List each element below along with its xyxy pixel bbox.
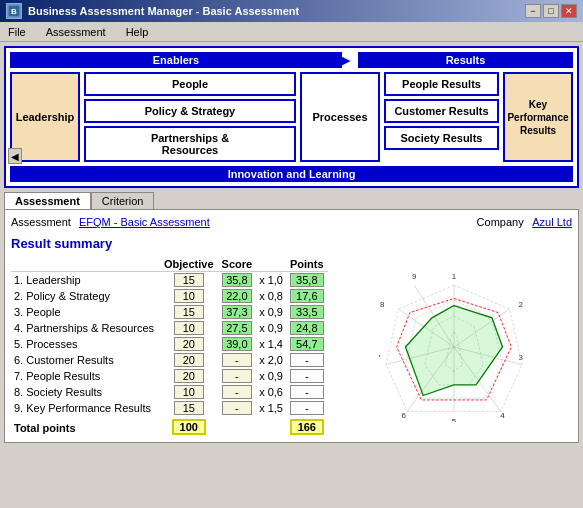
table-row: 8. Society Results 10 - x 0,6 - (11, 384, 328, 400)
col-score: Score (218, 257, 257, 272)
svg-text:9: 9 (412, 272, 417, 281)
tab-criterion[interactable]: Criterion (91, 192, 155, 209)
nav-people[interactable]: People (84, 72, 296, 96)
points-value[interactable]: - (290, 369, 324, 383)
score-value[interactable]: - (222, 385, 252, 399)
col-objective: Objective (160, 257, 218, 272)
nav-processes[interactable]: Processes (300, 72, 380, 162)
minimize-button[interactable]: − (525, 4, 541, 18)
multiplier-value: x 0,9 (256, 368, 286, 384)
row-label: 3. People (11, 304, 160, 320)
menu-bar: File Assessment Help (0, 22, 583, 42)
menu-assessment[interactable]: Assessment (42, 25, 110, 39)
svg-text:4: 4 (500, 410, 505, 419)
score-value[interactable]: - (222, 401, 252, 415)
window-content: Enablers Results Leadership People Polic… (0, 42, 583, 447)
title-bar-left: B Business Assessment Manager - Basic As… (6, 3, 299, 19)
nav-partnerships[interactable]: Partnerships &Resources (84, 126, 296, 162)
total-row: Total points 100 166 (11, 416, 328, 436)
score-value[interactable]: 35,8 (222, 273, 252, 287)
table-row: 4. Partnerships & Resources 10 27,5 x 0,… (11, 320, 328, 336)
menu-file[interactable]: File (4, 25, 30, 39)
svg-text:6: 6 (401, 410, 406, 419)
spider-chart: 1 2 3 4 5 6 7 8 9 (336, 257, 572, 436)
table-row: 9. Key Performance Results 15 - x 1,5 - (11, 400, 328, 416)
nav-diagram: Enablers Results Leadership People Polic… (4, 46, 579, 188)
objective-value[interactable]: 15 (174, 273, 204, 287)
points-value[interactable]: - (290, 385, 324, 399)
objective-value[interactable]: 20 (174, 337, 204, 351)
assessment-info: Assessment EFQM - Basic Assessment Compa… (11, 216, 572, 228)
assessment-info-right: Company Azul Ltd (477, 216, 572, 228)
row-label: 2. Policy & Strategy (11, 288, 160, 304)
points-value[interactable]: - (290, 401, 324, 415)
score-value[interactable]: 39,0 (222, 337, 252, 351)
nav-customer-results[interactable]: Customer Results (384, 99, 499, 123)
svg-text:8: 8 (380, 300, 385, 309)
svg-text:3: 3 (518, 353, 523, 362)
table-row: 1. Leadership 15 35,8 x 1,0 35,8 (11, 272, 328, 289)
svg-text:1: 1 (452, 272, 457, 281)
multiplier-value: x 0,6 (256, 384, 286, 400)
row-label: 7. People Results (11, 368, 160, 384)
table-row: 5. Processes 20 39,0 x 1,4 54,7 (11, 336, 328, 352)
multiplier-value: x 1,0 (256, 272, 286, 289)
nav-enablers-middle: People Policy & Strategy Partnerships &R… (84, 72, 296, 162)
menu-help[interactable]: Help (122, 25, 153, 39)
points-value[interactable]: 24,8 (290, 321, 324, 335)
score-value[interactable]: - (222, 369, 252, 383)
col-multiplier (256, 257, 286, 272)
title-buttons: − □ ✕ (525, 4, 577, 18)
points-value[interactable]: 17,6 (290, 289, 324, 303)
score-value[interactable]: - (222, 353, 252, 367)
multiplier-value: x 2,0 (256, 352, 286, 368)
window-title: Business Assessment Manager - Basic Asse… (28, 5, 299, 17)
objective-value[interactable]: 10 (174, 321, 204, 335)
main-panel: Assessment EFQM - Basic Assessment Compa… (4, 209, 579, 443)
table-row: 2. Policy & Strategy 10 22,0 x 0,8 17,6 (11, 288, 328, 304)
company-value[interactable]: Azul Ltd (532, 216, 572, 228)
svg-marker-24 (405, 305, 502, 395)
points-value[interactable]: 35,8 (290, 273, 324, 287)
multiplier-value: x 0,8 (256, 288, 286, 304)
assessment-value[interactable]: EFQM - Basic Assessment (79, 216, 210, 228)
nav-kpr[interactable]: Key PerformanceResults (503, 72, 573, 162)
objective-value[interactable]: 20 (174, 369, 204, 383)
row-label: 9. Key Performance Results (11, 400, 160, 416)
app-icon: B (6, 3, 22, 19)
enablers-header: Enablers (10, 52, 342, 68)
objective-value[interactable]: 10 (174, 289, 204, 303)
multiplier-value: x 1,5 (256, 400, 286, 416)
points-value[interactable]: 33,5 (290, 305, 324, 319)
objective-value[interactable]: 15 (174, 305, 204, 319)
row-label: 5. Processes (11, 336, 160, 352)
tab-assessment[interactable]: Assessment (4, 192, 91, 209)
points-value[interactable]: - (290, 353, 324, 367)
score-value[interactable]: 22,0 (222, 289, 252, 303)
objective-value[interactable]: 20 (174, 353, 204, 367)
nav-innovation: Innovation and Learning (10, 166, 573, 182)
score-value[interactable]: 27,5 (222, 321, 252, 335)
assessment-info-left: Assessment EFQM - Basic Assessment (11, 216, 210, 228)
scroll-left-button[interactable]: ◀ (8, 148, 22, 164)
result-summary-title: Result summary (11, 236, 572, 251)
col-name (11, 257, 160, 272)
total-points: 166 (290, 419, 324, 435)
multiplier-value: x 0,9 (256, 320, 286, 336)
total-objective: 100 (172, 419, 206, 435)
close-button[interactable]: ✕ (561, 4, 577, 18)
nav-policy[interactable]: Policy & Strategy (84, 99, 296, 123)
multiplier-value: x 0,9 (256, 304, 286, 320)
objective-value[interactable]: 15 (174, 401, 204, 415)
nav-society-results[interactable]: Society Results (384, 126, 499, 150)
maximize-button[interactable]: □ (543, 4, 559, 18)
objective-value[interactable]: 10 (174, 385, 204, 399)
tabs-row: Assessment Criterion (4, 192, 579, 209)
results-header: Results (358, 52, 573, 68)
svg-text:B: B (11, 7, 17, 16)
company-label: Company (477, 216, 524, 228)
points-value[interactable]: 54,7 (290, 337, 324, 351)
assessment-label: Assessment (11, 216, 71, 228)
nav-people-results[interactable]: People Results (384, 72, 499, 96)
score-value[interactable]: 37,3 (222, 305, 252, 319)
